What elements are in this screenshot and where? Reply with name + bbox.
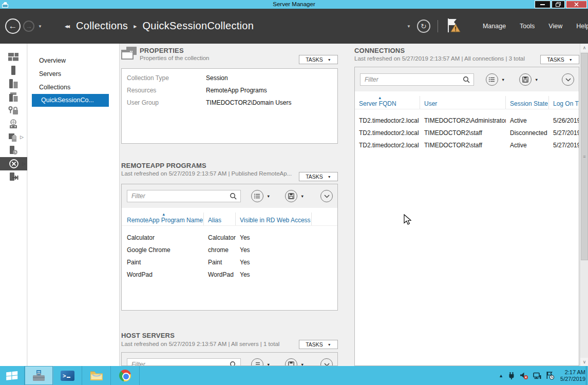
scroll-down-button[interactable]: ∨ [580, 358, 588, 366]
taskbar-chrome-button[interactable] [111, 366, 140, 385]
save-query-button[interactable]: ▼ [519, 73, 538, 86]
list-view-button[interactable]: ▼ [486, 73, 505, 86]
menu-manage[interactable]: Manage [483, 20, 506, 33]
sidebar-icon-server-clock[interactable] [0, 144, 27, 157]
sidebar-icon-local-server[interactable] [0, 64, 27, 77]
column-header[interactable]: Alias [204, 213, 236, 225]
tray-expand-icon[interactable]: ▲ [499, 373, 503, 378]
collapse-panel-button[interactable] [562, 73, 574, 86]
taskbar-server-manager-button[interactable] [25, 366, 53, 385]
sort-asc-icon: ▲ [162, 213, 165, 217]
table-row[interactable]: Calculator Calculator Yes [122, 232, 337, 244]
host-servers-panel: ▼ ▼ [121, 352, 338, 366]
table-row[interactable]: TD2.timedoctor2.local TIMEDOCTOR2\staff … [355, 139, 579, 151]
column-header[interactable]: ▲ RemoteApp Program Name [122, 213, 204, 225]
notifications-tray-flag-icon[interactable] [545, 371, 554, 380]
breadcrumb-rewind-icon[interactable]: ◂◂ [65, 23, 69, 30]
minimize-button[interactable] [535, 1, 551, 8]
role-icon-strip: ▷ ▷ [0, 44, 27, 366]
remoteapp-filter-input[interactable] [127, 190, 240, 202]
remoteapp-tasks-button[interactable]: TASKS▼ [299, 172, 338, 181]
table-row[interactable]: WordPad WordPad Yes [122, 268, 337, 281]
table-row[interactable]: TD2.timedoctor2.local TIMEDOCTOR2\Admini… [355, 114, 579, 127]
scrollbar-thumb[interactable]: ≡ [581, 53, 588, 260]
host-servers-filter-input[interactable] [127, 359, 240, 366]
restore-button[interactable] [552, 1, 565, 8]
breadcrumb-collections[interactable]: Collections [76, 20, 128, 32]
thumb-grip-icon: ≡ [583, 154, 585, 159]
clock[interactable]: 2:17 AM 5/27/2019 [560, 369, 585, 382]
connections-filter-input[interactable] [361, 74, 473, 85]
warning-triangle-icon [451, 24, 460, 32]
column-header[interactable]: ▲ Server FQDN [355, 96, 420, 109]
menu-tools[interactable]: Tools [520, 20, 535, 33]
field-label: User Group [127, 97, 159, 109]
sidebar-icon-web-server[interactable] [0, 117, 27, 130]
host-servers-toolbar: ▼ ▼ [122, 353, 337, 366]
column-header[interactable]: Session State [506, 96, 549, 109]
table-row[interactable]: Google Chrome chrome Yes [122, 244, 337, 256]
save-query-caret-icon: ▼ [300, 362, 304, 367]
start-button[interactable] [0, 366, 25, 385]
nav-item-quicksessioncollection[interactable]: QuickSessionCo... [32, 94, 109, 107]
collapse-panel-button[interactable] [320, 190, 333, 202]
nav-item-servers[interactable]: Servers [28, 67, 119, 81]
list-view-button[interactable]: ▼ [251, 190, 270, 202]
collection-nav-menu: Overview Servers Collections QuickSessio… [28, 44, 120, 366]
remoteapp-filter [127, 190, 241, 202]
save-query-button[interactable]: ▼ [285, 358, 304, 366]
sidebar-icon-file-and-storage-services[interactable]: ▷ [0, 130, 27, 144]
system-tray: ▲ 2:17 AM 5/27/2019 [499, 366, 585, 385]
nav-item-overview[interactable]: Overview [28, 54, 119, 67]
remoteapp-title: REMOTEAPP PROGRAMS [121, 162, 206, 169]
sidebar-icon-remote-desktop-services[interactable]: ▷ [0, 157, 27, 170]
power-icon[interactable] [507, 372, 516, 380]
properties-tasks-button[interactable]: TASKS▼ [299, 55, 338, 64]
host-servers-tasks-button[interactable]: TASKS▼ [299, 340, 338, 349]
back-button[interactable]: ← [5, 18, 21, 34]
show-desktop-button[interactable] [586, 366, 588, 385]
column-header[interactable]: User [420, 96, 506, 109]
close-icon [574, 2, 579, 7]
remoteapp-toolbar: ▼ ▼ [122, 184, 337, 208]
search-icon [463, 76, 470, 86]
sidebar-icon-app-server[interactable] [0, 90, 27, 104]
taskbar-powershell-button[interactable]: > [53, 366, 82, 385]
connections-tasks-button[interactable]: TASKS▼ [540, 55, 579, 64]
breadcrumb: ◂◂ Collections ▸ QuickSessionCollection [65, 20, 254, 32]
collapse-panel-button[interactable] [320, 358, 333, 366]
expand-flyout-icon[interactable]: ▷ [22, 161, 26, 166]
menu-help[interactable]: Help [576, 20, 588, 33]
sidebar-icon-all-servers[interactable] [0, 77, 27, 90]
list-view-caret-icon: ▼ [267, 362, 270, 367]
sidebar-icon-server-export[interactable] [0, 170, 27, 184]
table-row[interactable]: TD2.timedoctor2.local TIMEDOCTOR2\staff … [355, 127, 579, 139]
scroll-up-icon: ∧ [583, 45, 586, 50]
forward-button[interactable]: → [23, 21, 34, 32]
close-button[interactable] [566, 1, 587, 8]
sidebar-icon-dashboard[interactable] [0, 50, 27, 64]
taskbar-file-explorer-button[interactable] [82, 366, 111, 385]
main-scrollbar[interactable]: ∧ ≡ ∨ [580, 44, 588, 366]
refresh-button[interactable]: ↻ [417, 20, 430, 33]
menu-view[interactable]: View [548, 20, 562, 33]
history-dropdown-caret[interactable]: ▼ [38, 24, 42, 29]
tasks-caret-icon: ▼ [328, 175, 331, 179]
scroll-down-icon: ∨ [583, 359, 586, 364]
table-row[interactable]: Paint Paint Yes [122, 256, 337, 268]
expand-flyout-icon[interactable]: ▷ [20, 134, 24, 140]
remoteapp-table-header: ▲ RemoteApp Program Name Alias Visible i… [122, 213, 337, 226]
list-view-button[interactable]: ▼ [251, 358, 270, 366]
save-query-button[interactable]: ▼ [285, 190, 304, 202]
taskbar: > ▲ 2:17 AM 5/27/2019 [0, 366, 588, 385]
properties-title: PROPERTIES [140, 47, 184, 54]
refresh-dropdown-caret[interactable]: ▼ [407, 24, 411, 29]
column-header[interactable]: Log On Ti [549, 96, 579, 109]
volume-muted-icon[interactable] [520, 372, 528, 380]
nav-item-collections[interactable]: Collections [28, 81, 119, 94]
scroll-up-button[interactable]: ∧ [580, 44, 588, 52]
column-header[interactable]: Visible in RD Web Access [236, 213, 312, 225]
notifications-flag-button[interactable] [444, 17, 462, 35]
sidebar-icon-certificates[interactable] [0, 104, 27, 117]
network-icon[interactable] [533, 372, 541, 380]
